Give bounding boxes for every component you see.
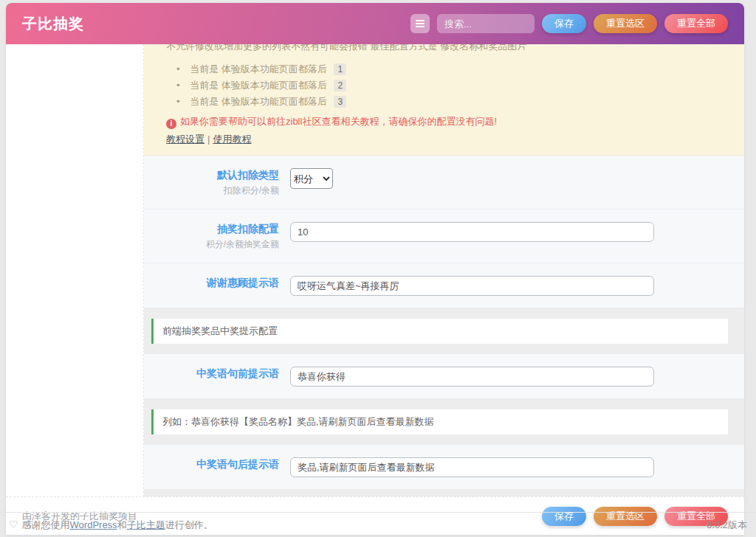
status-badge: 2 <box>334 80 346 91</box>
panel-body: 不允许修改或增加更多的列表不然有可能会报错 最佳配置方式是 修改名称和奖品图片 … <box>6 44 744 496</box>
sidebar <box>6 44 144 496</box>
status-badge: 3 <box>334 96 346 108</box>
warning-text: 如果你需要帮助可以前往zibll社区查看相关教程，请确保你的配置没有问题! <box>180 116 497 127</box>
list-item: 当前是 体验版本功能页面都落后 3 <box>176 94 726 110</box>
tutorial-links: 教程设置|使用教程 <box>166 133 726 146</box>
deduct-type-select[interactable]: 积分 <box>290 168 333 189</box>
field-control <box>290 457 654 477</box>
spacer <box>144 490 744 496</box>
save-button[interactable]: 保存 <box>542 14 586 33</box>
menu-icon[interactable] <box>410 14 430 33</box>
section-example-text: 列如：恭喜你获得【奖品名称】奖品,请刷新页面后查看最新数据 <box>151 409 728 434</box>
field-control <box>290 222 654 251</box>
theme-link[interactable]: 子比主题 <box>127 519 165 530</box>
bullet-text: 当前是 体验版本功能页面都落后 <box>190 80 327 91</box>
section-wrap: 列如：恭喜你获得【奖品名称】奖品,请刷新页面后查看最新数据 <box>144 399 744 445</box>
list-item: 当前是 体验版本功能页面都落后 2 <box>176 77 726 94</box>
field-label-block: 谢谢惠顾提示语 <box>144 276 279 296</box>
field-label-block: 抽奖扣除配置 积分/余额抽奖金额 <box>144 222 279 251</box>
thanks-line: ♡感谢您使用WordPress和子比主题进行创作。 <box>9 519 213 532</box>
bottom-info-bar: ♡感谢您使用WordPress和子比主题进行创作。 6.0.2版本 <box>0 512 756 537</box>
field-control <box>290 276 654 296</box>
header-bar: 子比抽奖 保存 重置选区 重置全部 <box>6 3 744 44</box>
field-label: 谢谢惠顾提示语 <box>144 276 279 289</box>
form-row-deduct-type: 默认扣除类型 扣除积分/余额 积分 <box>144 156 744 209</box>
form-row-lose-tip: 谢谢惠顾提示语 <box>144 263 744 308</box>
field-label: 默认扣除类型 <box>144 168 279 181</box>
thanks-prefix: 感谢您使用 <box>22 519 70 530</box>
win-suffix-input[interactable] <box>290 457 654 477</box>
link-separator: | <box>207 134 210 145</box>
notice-bullet-list: 当前是 体验版本功能页面都落后 1 当前是 体验版本功能页面都落后 2 当前是 … <box>166 61 726 110</box>
thanks-suffix: 进行创作。 <box>165 519 213 530</box>
wordpress-link[interactable]: WordPress <box>70 519 117 530</box>
field-label: 中奖语句后提示语 <box>144 457 279 471</box>
win-prefix-input[interactable] <box>290 367 654 387</box>
field-label-block: 中奖语句后提示语 <box>144 457 279 477</box>
field-label-block: 中奖语句前提示语 <box>144 367 279 387</box>
field-sublabel: 扣除积分/余额 <box>144 184 279 197</box>
header-actions: 保存 重置选区 重置全部 <box>410 14 728 33</box>
field-label-block: 默认扣除类型 扣除积分/余额 <box>144 168 279 197</box>
conjunction: 和 <box>117 519 127 530</box>
field-label: 抽奖扣除配置 <box>144 222 279 235</box>
status-badge: 1 <box>334 63 346 75</box>
settings-card: 子比抽奖 保存 重置选区 重置全部 不允许修改或增加更多的列表不然有可能会报错 … <box>6 3 744 535</box>
heart-icon: ♡ <box>9 519 18 530</box>
field-control <box>290 367 654 387</box>
usage-tutorial-link[interactable]: 使用教程 <box>213 134 251 145</box>
deduct-amount-input[interactable] <box>290 222 654 242</box>
form-row-win-suffix: 中奖语句后提示语 <box>144 445 744 490</box>
field-label: 中奖语句前提示语 <box>144 367 279 380</box>
warning-line: i如果你需要帮助可以前往zibll社区查看相关教程，请确保你的配置没有问题! <box>166 115 726 129</box>
form-row-win-prefix: 中奖语句前提示语 <box>144 354 744 399</box>
bullet-text: 当前是 体验版本功能页面都落后 <box>190 63 327 75</box>
main-content: 不允许修改或增加更多的列表不然有可能会报错 最佳配置方式是 修改名称和奖品图片 … <box>144 44 744 496</box>
field-control: 积分 <box>290 168 333 197</box>
version-text: 6.0.2版本 <box>707 519 747 532</box>
menu-bars-icon <box>416 23 425 24</box>
notice-top-line: 不允许修改或增加更多的列表不然有可能会报错 最佳配置方式是 修改名称和奖品图片 <box>166 44 726 53</box>
search-input[interactable] <box>437 14 535 33</box>
tutorial-settings-link[interactable]: 教程设置 <box>166 134 205 145</box>
list-item: 当前是 体验版本功能页面都落后 1 <box>176 61 726 77</box>
section-wrap: 前端抽奖奖品中奖提示配置 <box>144 308 744 354</box>
notice-box: 不允许修改或增加更多的列表不然有可能会报错 最佳配置方式是 修改名称和奖品图片 … <box>144 44 744 156</box>
lose-tip-input[interactable] <box>290 276 654 296</box>
info-icon: i <box>166 119 176 129</box>
bullet-text: 当前是 体验版本功能页面都落后 <box>190 96 327 107</box>
section-title-winning-config: 前端抽奖奖品中奖提示配置 <box>151 319 728 344</box>
page-title: 子比抽奖 <box>22 14 84 34</box>
reset-selection-button[interactable]: 重置选区 <box>594 14 657 33</box>
field-sublabel: 积分/余额抽奖金额 <box>144 238 279 251</box>
reset-all-button[interactable]: 重置全部 <box>664 14 728 33</box>
form-row-deduct-amount: 抽奖扣除配置 积分/余额抽奖金额 <box>144 209 744 263</box>
